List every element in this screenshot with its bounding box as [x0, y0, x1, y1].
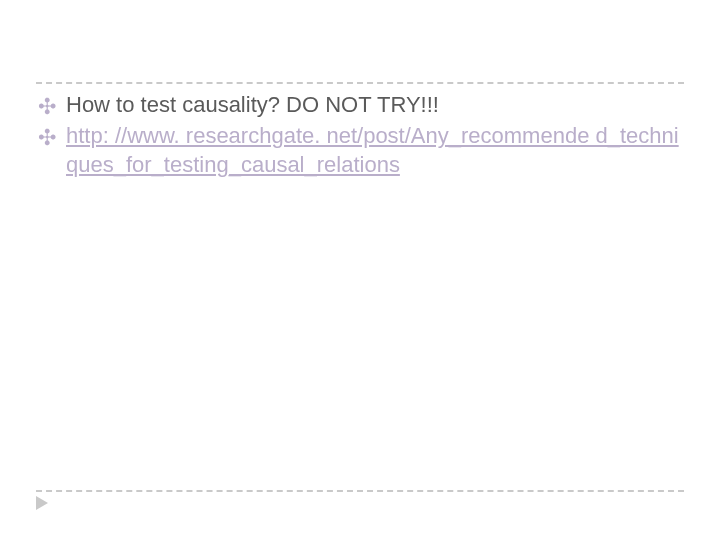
bullet-list: ✣ How to test causality? DO NOT TRY!!! ✣…	[36, 90, 684, 181]
divider-top	[36, 82, 684, 84]
slide: ✣ How to test causality? DO NOT TRY!!! ✣…	[0, 0, 720, 540]
arrow-icon	[36, 496, 48, 510]
bullet-icon: ✣	[36, 92, 58, 121]
list-item: ✣ How to test causality? DO NOT TRY!!!	[36, 90, 684, 119]
list-item: ✣ http: //www. researchgate. net/post/An…	[36, 121, 684, 179]
list-item-text: How to test causality? DO NOT TRY!!!	[66, 92, 439, 117]
bullet-icon: ✣	[36, 123, 58, 152]
divider-bottom	[36, 490, 684, 492]
hyperlink[interactable]: http: //www. researchgate. net/post/Any_…	[66, 123, 679, 177]
